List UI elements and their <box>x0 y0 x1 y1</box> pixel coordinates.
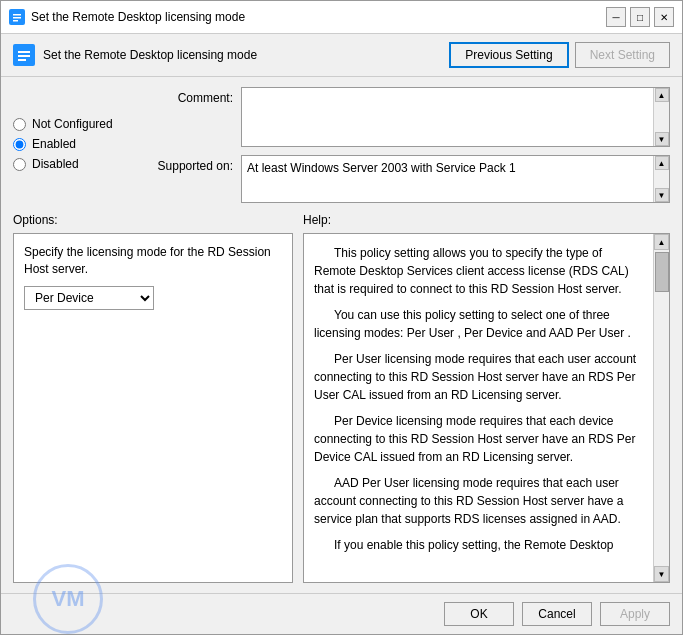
comment-textarea-wrapper: ▲ ▼ <box>241 87 670 147</box>
comment-scroll-down[interactable]: ▼ <box>655 132 669 146</box>
top-section: Not Configured Enabled Disabled Comment: <box>13 87 670 203</box>
help-text-area: This policy setting allows you to specif… <box>304 234 653 582</box>
help-para-1: This policy setting allows you to specif… <box>314 244 643 298</box>
options-label: Options: <box>13 213 293 227</box>
prev-setting-button[interactable]: Previous Setting <box>449 42 568 68</box>
radio-enabled-input[interactable] <box>13 138 26 151</box>
help-para-5: AAD Per User licensing mode requires tha… <box>314 474 643 528</box>
window-title: Set the Remote Desktop licensing mode <box>31 10 245 24</box>
main-content: Not Configured Enabled Disabled Comment: <box>1 77 682 593</box>
svg-rect-6 <box>18 55 30 57</box>
radio-group: Not Configured Enabled Disabled <box>13 87 143 203</box>
minimize-button[interactable]: ─ <box>606 7 626 27</box>
radio-not-configured[interactable]: Not Configured <box>13 117 143 131</box>
svg-rect-5 <box>18 51 30 53</box>
section-labels-row: Options: Help: <box>13 213 670 227</box>
footer: VM OK Cancel Apply <box>1 593 682 634</box>
radio-disabled[interactable]: Disabled <box>13 157 143 171</box>
help-scroll-thumb <box>655 252 669 292</box>
svg-rect-1 <box>13 14 21 16</box>
help-pane: This policy setting allows you to specif… <box>303 233 670 583</box>
title-controls: ─ □ ✕ <box>606 7 674 27</box>
apply-button[interactable]: Apply <box>600 602 670 626</box>
help-scrollbar: ▲ ▼ <box>653 234 669 582</box>
supported-scrollbar: ▲ ▼ <box>653 156 669 202</box>
radio-not-configured-input[interactable] <box>13 118 26 131</box>
help-label: Help: <box>303 213 670 227</box>
header-bar: Set the Remote Desktop licensing mode Pr… <box>1 34 682 77</box>
help-para-4: Per Device licensing mode requires that … <box>314 412 643 466</box>
help-scroll-down[interactable]: ▼ <box>654 566 669 582</box>
comment-field-wrapper: ▲ ▼ <box>241 87 670 147</box>
help-scroll-up[interactable]: ▲ <box>654 234 669 250</box>
radio-not-configured-label: Not Configured <box>32 117 113 131</box>
help-para-6: If you enable this policy setting, the R… <box>314 536 643 554</box>
supported-scroll-up[interactable]: ▲ <box>655 156 669 170</box>
maximize-button[interactable]: □ <box>630 7 650 27</box>
supported-wrapper: At least Windows Server 2003 with Servic… <box>241 155 670 203</box>
svg-rect-3 <box>13 20 18 22</box>
svg-rect-2 <box>13 17 21 19</box>
bottom-pane: Specify the licensing mode for the RD Se… <box>13 233 670 583</box>
supported-field-wrapper: At least Windows Server 2003 with Servic… <box>241 155 670 203</box>
close-button[interactable]: ✕ <box>654 7 674 27</box>
supported-row: Supported on: At least Windows Server 20… <box>153 155 670 203</box>
supported-scroll-down[interactable]: ▼ <box>655 188 669 202</box>
comment-scroll-up[interactable]: ▲ <box>655 88 669 102</box>
licensing-mode-dropdown[interactable]: Per Device Per User AAD Per User <box>24 286 154 310</box>
right-fields: Comment: ▲ ▼ Supported on: <box>153 87 670 203</box>
supported-label: Supported on: <box>153 155 233 173</box>
window-icon <box>9 9 25 25</box>
comment-row: Comment: ▲ ▼ <box>153 87 670 147</box>
radio-disabled-label: Disabled <box>32 157 79 171</box>
radio-enabled-label: Enabled <box>32 137 76 151</box>
comment-textarea[interactable] <box>242 88 653 146</box>
next-setting-button[interactable]: Next Setting <box>575 42 670 68</box>
main-window: Set the Remote Desktop licensing mode ─ … <box>0 0 683 635</box>
help-para-3: Per User licensing mode requires that ea… <box>314 350 643 404</box>
radio-disabled-input[interactable] <box>13 158 26 171</box>
header-icon <box>13 44 35 66</box>
svg-rect-7 <box>18 59 26 61</box>
help-scroll-track[interactable] <box>654 250 669 566</box>
watermark-container: VM <box>13 602 436 626</box>
header-left: Set the Remote Desktop licensing mode <box>13 44 257 66</box>
supported-value: At least Windows Server 2003 with Servic… <box>242 156 653 202</box>
ok-button[interactable]: OK <box>444 602 514 626</box>
cancel-button[interactable]: Cancel <box>522 602 592 626</box>
options-pane: Specify the licensing mode for the RD Se… <box>13 233 293 583</box>
options-description: Specify the licensing mode for the RD Se… <box>24 244 282 278</box>
header-buttons: Previous Setting Next Setting <box>449 42 670 68</box>
help-para-2: You can use this policy setting to selec… <box>314 306 643 342</box>
comment-scrollbar: ▲ ▼ <box>653 88 669 146</box>
radio-enabled[interactable]: Enabled <box>13 137 143 151</box>
comment-label: Comment: <box>153 87 233 105</box>
title-bar-left: Set the Remote Desktop licensing mode <box>9 9 245 25</box>
title-bar: Set the Remote Desktop licensing mode ─ … <box>1 1 682 34</box>
header-title: Set the Remote Desktop licensing mode <box>43 48 257 62</box>
